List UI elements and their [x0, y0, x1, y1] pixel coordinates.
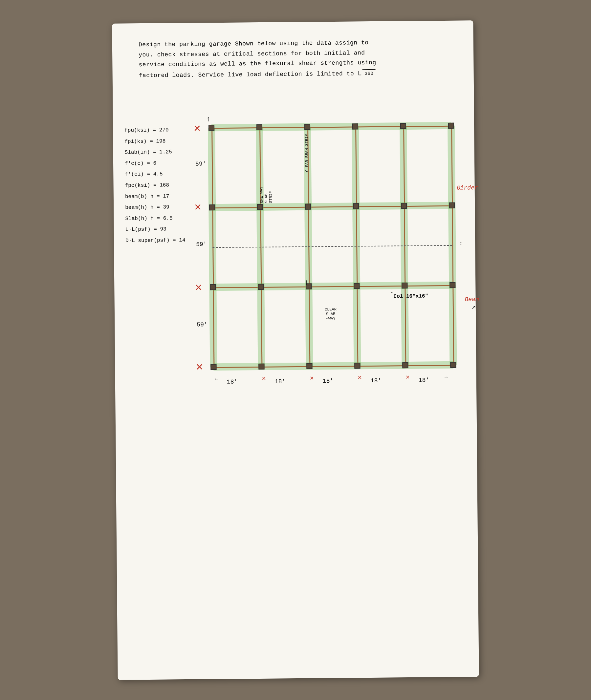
- col-node-r1c6: [448, 122, 454, 128]
- col-node-r1c3: [304, 124, 310, 130]
- dim-x-marks2: ✕: [310, 375, 314, 381]
- col-mark-r4: ✕: [195, 361, 203, 372]
- grid: 59' 59' 59' 18' 18' 18' 18' 18' ← ✕ ✕ ✕ …: [211, 125, 453, 367]
- col-mark-r2: ✕: [194, 202, 202, 212]
- variables-list: fpu(ksi) = 270 fpi(ks) = 198 Slab(in) = …: [124, 124, 186, 246]
- col-node-r2c6: [449, 202, 455, 208]
- paper-sheet: Design the parking garage Shown below us…: [112, 20, 479, 680]
- structural-diagram: 59' 59' 59' 18' 18' 18' 18' 18' ← ✕ ✕ ✕ …: [192, 119, 463, 377]
- var-beam-b: beam(b) h = 17: [125, 191, 185, 202]
- col-node-r3c1: [210, 284, 216, 290]
- col-node-r3c4: [353, 283, 359, 289]
- dim-arrow-right: →: [444, 374, 449, 380]
- var-fc: f'c(c) = 6: [125, 157, 185, 169]
- top-arrow: ↑: [206, 115, 210, 123]
- col-node-r2c4: [353, 203, 359, 209]
- dim-18-2: 18': [275, 378, 286, 384]
- var-dl: D·L super(psf) = 14: [125, 235, 186, 246]
- col-node-r1c2: [256, 124, 262, 130]
- var-fpu: fpu(ksi) = 270: [124, 124, 185, 136]
- col-node-r4c2: [258, 363, 264, 369]
- green-strip-h1: [211, 122, 451, 131]
- col-node-r4c6: [450, 362, 456, 367]
- col-mark-r3: ✕: [195, 282, 202, 293]
- dim-18-4: 18': [371, 377, 382, 383]
- var-fpc: fpc(ksi) = 168: [125, 180, 185, 191]
- col-node-r3c2: [258, 284, 264, 289]
- dim-59-mid: 59': [196, 241, 207, 248]
- dim-18-3: 18': [323, 377, 334, 384]
- col-node-r4c1: [210, 364, 216, 370]
- mid-arrow-down: ↓: [305, 278, 308, 286]
- col-node-r4c3: [306, 363, 312, 369]
- clear-slab-label: CLEARSLAB←WAY: [325, 307, 336, 321]
- col-node-r2c1: [209, 204, 215, 210]
- dim-59-top: 59': [195, 160, 206, 167]
- dim-59-bot: 59': [197, 321, 207, 328]
- col-node-r1c1: [208, 125, 214, 131]
- col-node-r2c3: [305, 204, 311, 209]
- green-strip-h3: [213, 281, 452, 290]
- col-node-r3c6: [450, 282, 455, 288]
- clear-beam-label: CLEAR BEAM STRIP: [304, 134, 309, 171]
- col-arrow: ↓: [390, 287, 393, 294]
- col-node-r1c4: [352, 123, 358, 129]
- dim-18-1: 18': [227, 378, 238, 385]
- var-fpi: fpi(ks) = 198: [124, 136, 185, 147]
- col-node-r2c5: [401, 203, 407, 209]
- problem-statement: Design the parking garage Shown below us…: [139, 37, 454, 81]
- midspan-dashed-line: [212, 245, 452, 248]
- one-way-slab-label: ONE WAYSLABSTRIP: [259, 187, 273, 203]
- green-strip-h4: [213, 361, 453, 370]
- green-strip-h2: [212, 202, 452, 211]
- dim-18-5: 18': [419, 377, 430, 383]
- col-node-r3c5: [402, 283, 407, 288]
- col-node-r4c4: [354, 363, 360, 368]
- right-midspan-indicator: ↕: [460, 240, 462, 246]
- beam-arrow: ↗: [471, 304, 476, 310]
- var-beam-h: beam(h) h = 39: [125, 202, 185, 213]
- girder-label: Girder: [457, 185, 478, 191]
- col-node-r2c2: [257, 204, 263, 210]
- dim-x-marks4: ✕: [405, 374, 410, 380]
- col-node-r4c5: [402, 362, 408, 368]
- var-fci: f'(ci) = 4.5: [125, 169, 185, 180]
- dim-arrow-left: ←: [214, 376, 219, 382]
- dim-x-marks: ✕: [262, 375, 266, 381]
- dim-x-marks3: ✕: [357, 374, 362, 381]
- col-node-r1c5: [400, 123, 406, 129]
- beam-label: Beam: [465, 296, 479, 302]
- var-ll: L·L(psf) = 93: [125, 224, 186, 235]
- var-slab: Slab(in) = 1.25: [125, 147, 185, 158]
- var-slab-h: Slab(h) h = 6.5: [125, 213, 185, 224]
- col-label: Col 16"x16": [394, 293, 429, 299]
- col-mark-r1: ✕: [193, 123, 201, 134]
